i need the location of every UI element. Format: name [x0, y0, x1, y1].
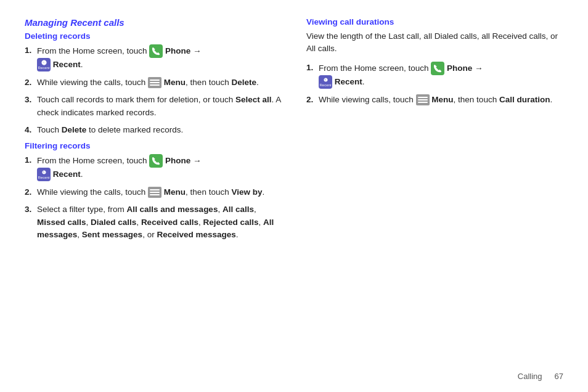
- step-text: While viewing the calls, touch Menu, the…: [37, 76, 282, 89]
- step-view-2: 2. While viewing calls, touch Menu, then…: [306, 94, 563, 106]
- right-column: Viewing call durations View the length o…: [306, 17, 563, 246]
- step-num: 3.: [25, 94, 37, 119]
- step-text: Touch call records to mark them for dele…: [37, 94, 282, 119]
- step-del-2: 2. While viewing the calls, touch Menu, …: [25, 76, 282, 89]
- phone-icon: [431, 62, 444, 75]
- recent-icon: Recent: [37, 168, 51, 181]
- step-text: From the Home screen, touch Phone → Rece…: [37, 44, 282, 71]
- step-num: 1.: [306, 62, 319, 89]
- step-num: 2.: [25, 186, 37, 198]
- step-del-3: 3. Touch call records to mark them for d…: [25, 94, 282, 119]
- page-title: Managing Recent calls: [25, 17, 282, 28]
- step-num: 2.: [306, 94, 319, 106]
- section-filtering-title: Filtering records: [25, 141, 282, 150]
- phone-icon: [149, 44, 163, 58]
- recent-icon: Recent: [319, 75, 332, 89]
- viewing-intro: View the length of the Last call, all Di…: [306, 30, 563, 55]
- step-text: From the Home screen, touch Phone → Rece…: [319, 62, 563, 89]
- phone-icon: [149, 154, 163, 168]
- recent-icon: Recent: [37, 58, 51, 71]
- step-num: 1.: [25, 44, 37, 71]
- step-flt-2: 2. While viewing the calls, touch Menu, …: [25, 186, 282, 198]
- step-num: 4.: [25, 124, 37, 136]
- left-column: Managing Recent calls Deleting records 1…: [25, 17, 282, 246]
- step-text: While viewing calls, touch Menu, then to…: [319, 94, 563, 106]
- step-text: While viewing the calls, touch Menu, the…: [37, 186, 282, 198]
- step-del-1: 1. From the Home screen, touch Phone → R…: [25, 44, 282, 71]
- step-flt-1: 1. From the Home screen, touch Phone → R…: [25, 154, 282, 181]
- section-viewing-title: Viewing call durations: [306, 17, 563, 27]
- menu-icon: [416, 94, 430, 105]
- section-deleting-title: Deleting records: [25, 31, 282, 41]
- step-num: 2.: [25, 76, 37, 89]
- step-text: Touch Delete to delete marked records.: [37, 124, 282, 136]
- step-text: Select a filter type, from All calls and…: [37, 203, 282, 241]
- step-del-4: 4. Touch Delete to delete marked records…: [25, 124, 282, 136]
- step-text: From the Home screen, touch Phone → Rece…: [37, 154, 282, 181]
- footer-page-number: 67: [555, 372, 563, 381]
- step-flt-3: 3. Select a filter type, from All calls …: [25, 203, 282, 241]
- footer: Calling 67: [518, 372, 563, 381]
- menu-icon: [148, 187, 161, 198]
- step-num: 3.: [25, 203, 37, 241]
- step-view-1: 1. From the Home screen, touch Phone → R…: [306, 62, 563, 89]
- menu-icon: [148, 77, 161, 88]
- footer-calling-label: Calling: [518, 372, 542, 381]
- step-num: 1.: [25, 154, 37, 181]
